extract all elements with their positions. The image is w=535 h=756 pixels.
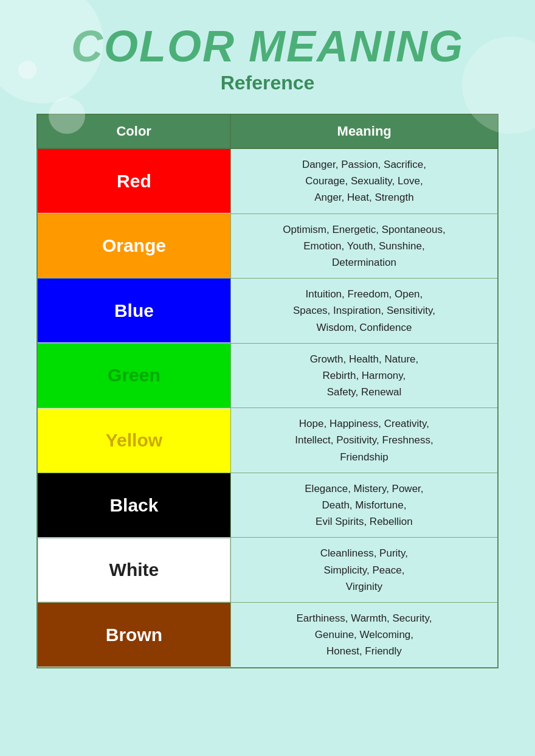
meaning-cell: Elegance, Mistery, Power,Death, Misfortu… bbox=[230, 473, 498, 538]
table-header-row: Color Meaning bbox=[37, 114, 498, 148]
color-cell: Blue bbox=[37, 279, 230, 344]
table-row: RedDanger, Passion, Sacrifice,Courage, S… bbox=[37, 148, 498, 213]
color-block: Red bbox=[38, 149, 230, 213]
color-cell: Green bbox=[37, 343, 230, 408]
meaning-cell: Growth, Health, Nature,Rebirth, Harmony,… bbox=[230, 343, 498, 408]
color-cell: White bbox=[37, 538, 230, 603]
color-block: White bbox=[38, 538, 230, 602]
decorative-circle bbox=[49, 97, 85, 134]
color-cell: Red bbox=[37, 148, 230, 213]
decorative-circle-small bbox=[18, 61, 36, 79]
page-subtitle: Reference bbox=[221, 72, 315, 94]
table-row: BlackElegance, Mistery, Power,Death, Mis… bbox=[37, 473, 498, 538]
color-block: Yellow bbox=[38, 409, 230, 473]
table-row: GreenGrowth, Health, Nature,Rebirth, Har… bbox=[37, 343, 498, 408]
color-cell: Yellow bbox=[37, 408, 230, 473]
meaning-cell: Danger, Passion, Sacrifice,Courage, Sexu… bbox=[230, 148, 498, 213]
color-block: Black bbox=[38, 473, 230, 537]
meaning-cell: Intuition, Freedom, Open,Spaces, Inspira… bbox=[230, 279, 498, 344]
table-row: YellowHope, Happiness, Creativity,Intell… bbox=[37, 408, 498, 473]
meaning-cell: Hope, Happiness, Creativity,Intellect, P… bbox=[230, 408, 498, 473]
color-block: Green bbox=[38, 344, 230, 407]
meaning-cell: Optimism, Energetic, Spontaneous,Emotion… bbox=[230, 213, 498, 279]
color-cell: Black bbox=[37, 473, 230, 538]
table-row: OrangeOptimism, Energetic, Spontaneous,E… bbox=[37, 213, 498, 279]
table-row: BrownEarthiness, Warmth, Security,Genuin… bbox=[37, 602, 498, 667]
color-block: Brown bbox=[38, 603, 230, 667]
meaning-cell: Earthiness, Warmth, Security,Genuine, We… bbox=[230, 602, 498, 667]
header-meaning: Meaning bbox=[230, 114, 498, 148]
color-cell: Orange bbox=[37, 213, 230, 279]
color-block: Orange bbox=[38, 214, 230, 278]
color-cell: Brown bbox=[37, 602, 230, 667]
color-block: Blue bbox=[38, 279, 230, 342]
color-meaning-table: Color Meaning RedDanger, Passion, Sacrif… bbox=[36, 114, 499, 668]
meaning-cell: Cleanliness, Purity,Simplicity, Peace,Vi… bbox=[230, 538, 498, 603]
page-title: COLOR MEANING bbox=[71, 24, 464, 68]
table-row: BlueIntuition, Freedom, Open,Spaces, Ins… bbox=[37, 279, 498, 344]
table-row: WhiteCleanliness, Purity,Simplicity, Pea… bbox=[37, 538, 498, 603]
